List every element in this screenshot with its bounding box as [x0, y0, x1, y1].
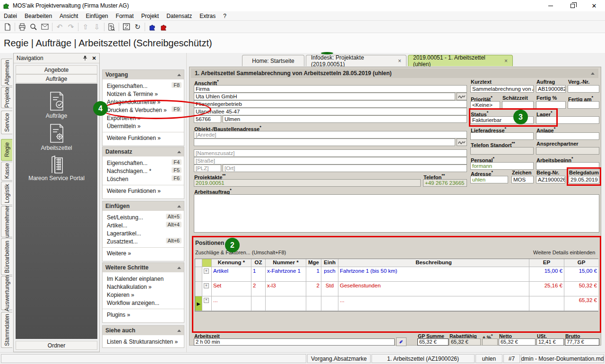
anschrift-line4-field[interactable]: Ulanenallee 45-47	[194, 108, 467, 115]
nav-group-angebote[interactable]: Angebote	[16, 65, 97, 74]
objekt-name-field[interactable]	[194, 139, 455, 146]
module-tab-regie[interactable]: Regie	[1, 139, 12, 161]
anschrift-ort-field[interactable]: Ulmen	[223, 115, 467, 123]
anschrift-line1-field[interactable]: Firma	[194, 85, 467, 93]
collapse-icon[interactable]	[591, 72, 595, 75]
menu-hilfe[interactable]: ?	[219, 12, 230, 20]
email-button[interactable]	[39, 22, 51, 32]
menu-datensatz[interactable]: Datensatz	[163, 12, 196, 20]
objekt-namenszusatz-field[interactable]: [Namenszusatz]	[194, 149, 467, 157]
move-down-button[interactable]: ⇩	[91, 22, 103, 32]
undo-button[interactable]: ↶	[54, 22, 65, 32]
menu-bearbeiten[interactable]: Bearbeiten	[21, 12, 56, 20]
ansprechpartner-field[interactable]	[536, 147, 599, 155]
arbeitsauftrag-textarea[interactable]	[194, 194, 599, 233]
action-kalender-einplanen[interactable]: Im Kalender einplanen	[103, 275, 184, 283]
action-weitere-einfuegen[interactable]: Weitere »	[103, 247, 184, 259]
close-button[interactable]: ✕	[583, 0, 605, 11]
nav-footer-ordner[interactable]: Ordner	[16, 341, 97, 350]
module-tab-projekte[interactable]: Projekte	[1, 87, 12, 108]
menu-einfuegen[interactable]: Einfügen	[82, 12, 112, 20]
worktime-pen-button[interactable]: ✒	[396, 338, 406, 346]
tab-home-startseite[interactable]: Home: Startseite	[242, 55, 304, 66]
action-loeschen[interactable]: LöschenF6	[103, 175, 184, 183]
action-plugins[interactable]: Plugins »	[103, 309, 184, 321]
module-tab-logistik[interactable]: Logistik	[1, 182, 12, 205]
anschrift-line2-field[interactable]: Uta Uhlen GmbH	[194, 93, 455, 100]
navigation-close-button[interactable]: ✕	[90, 54, 98, 62]
ust-field[interactable]: 12,41 €	[536, 338, 564, 346]
menu-datei[interactable]: Datei	[0, 12, 21, 20]
action-uebermitteln[interactable]: Übermitteln »	[103, 122, 184, 130]
new-document-button[interactable]	[2, 22, 13, 32]
action-weitere-funktionen-datensatz[interactable]: Weitere Funktionen »	[103, 185, 184, 197]
arbeitszeit-field[interactable]: 2 h 00 min	[194, 338, 395, 346]
tab-arbeitszettel-active[interactable]: 2019.00051 - 1. Arbeitszettel (uhlen)×	[408, 55, 513, 66]
module-tab-kasse[interactable]: Kasse	[1, 162, 12, 181]
action-listen-strukturansichten[interactable]: Listen & Strukturansichten »	[103, 338, 184, 346]
menu-projekt[interactable]: Projekt	[138, 12, 163, 20]
telefon-field[interactable]: +49 2676 23665	[423, 179, 467, 187]
gp-summe-field[interactable]: 65,32 €	[417, 338, 449, 346]
projektakte-field[interactable]: 2019.00051	[194, 179, 421, 187]
telefon-standort-field[interactable]	[470, 147, 534, 155]
action-workflow-anzeigen[interactable]: Workflow anzeigen...	[103, 299, 184, 307]
objekt-anrede-field[interactable]: [Anrede]	[194, 131, 467, 139]
plugin-red-button[interactable]	[158, 22, 169, 32]
action-kopieren[interactable]: Kopieren »	[103, 291, 184, 299]
action-eigenschaften-vorgang[interactable]: Eigenschaften...F8	[103, 82, 184, 90]
abort-button[interactable]	[121, 22, 132, 32]
module-tab-auswertungen[interactable]: Auswertungen	[1, 276, 12, 310]
action-lagerartikel[interactable]: Lagerartikel...	[103, 229, 184, 237]
nav-item-auftraege[interactable]: Aufträge	[16, 91, 97, 119]
objekt-ort-field[interactable]: [Ort]	[223, 165, 467, 172]
adresse-field[interactable]: uhlen	[470, 176, 508, 183]
tab-close-icon[interactable]: ×	[504, 58, 508, 64]
pin-button[interactable]	[81, 54, 89, 62]
rabattfaehig-field[interactable]: 65,32 €	[449, 338, 481, 346]
fertig-am-field[interactable]	[568, 101, 599, 109]
collapse-icon[interactable]	[177, 74, 181, 76]
personal-field[interactable]: formann	[470, 162, 534, 170]
module-tab-bueroarbeiten[interactable]: Büroarbeiten	[1, 238, 12, 275]
collapse-icon[interactable]	[177, 151, 181, 153]
objekt-plz-field[interactable]: [PLZ]	[194, 165, 221, 172]
minimize-button[interactable]	[540, 0, 562, 11]
nav-item-mareon[interactable]: Mareon Service Portal	[16, 156, 97, 182]
auftrag-field[interactable]: AB1900082	[536, 85, 566, 93]
plugin-blue-button[interactable]	[147, 22, 158, 32]
action-artikel[interactable]: Artikel...Alt+4	[103, 221, 184, 229]
lookup-button[interactable]	[106, 22, 117, 32]
kurztext-field[interactable]: Sammelabrechnung von Ar	[470, 85, 534, 93]
lieferadresse-field[interactable]	[470, 132, 534, 140]
anschrift-line3-field[interactable]: Fliesenlegerbetrieb	[194, 100, 467, 108]
module-tab-unternehmer[interactable]: unternehmer	[1, 206, 12, 237]
action-nachkalkulation[interactable]: Nachkalkulation »	[103, 283, 184, 291]
collapse-icon[interactable]	[177, 267, 181, 269]
menu-format[interactable]: Format	[112, 12, 138, 20]
menu-extras[interactable]: Extras	[196, 12, 219, 20]
fertig-pct-field[interactable]	[536, 101, 566, 109]
zeichen-field[interactable]: MOS	[511, 176, 534, 183]
module-tab-stammdaten[interactable]: Stammdaten	[1, 312, 12, 348]
module-tab-service[interactable]: Service	[1, 111, 12, 134]
action-set-leistung[interactable]: Set/Leistung...Alt+5	[103, 213, 184, 221]
tab-close-icon[interactable]: ×	[398, 58, 401, 64]
objekt-strasse-field[interactable]: [Straße]	[194, 157, 467, 165]
restore-button[interactable]	[562, 0, 583, 11]
anschrift-plz-field[interactable]: 56766	[194, 115, 221, 123]
action-eigenschaften-datensatz[interactable]: Eigenschaften...F4	[103, 159, 184, 167]
action-notizen-termine[interactable]: Notizen & Termine »	[103, 90, 184, 98]
address-lookup-button[interactable]	[457, 93, 467, 100]
redo-button[interactable]: ↷	[65, 22, 77, 32]
action-zusatztext[interactable]: Zusatztext...Alt+6	[103, 237, 184, 245]
brutto-field[interactable]: 77,73 €	[565, 338, 599, 346]
collapse-icon[interactable]	[177, 329, 181, 332]
refresh-button[interactable]: ↻	[132, 22, 143, 32]
print-preview-button[interactable]	[28, 22, 39, 32]
prioritaet-field[interactable]: <Keine>	[470, 101, 500, 109]
tab-infodesk-projektakte[interactable]: Infodesk: Projektakte (2019.00051)×	[306, 55, 406, 66]
move-up-button[interactable]: ⇧	[80, 22, 91, 32]
anlage-field[interactable]	[536, 132, 599, 140]
nav-item-arbeitszettel[interactable]: Arbeitszettel	[16, 123, 97, 151]
